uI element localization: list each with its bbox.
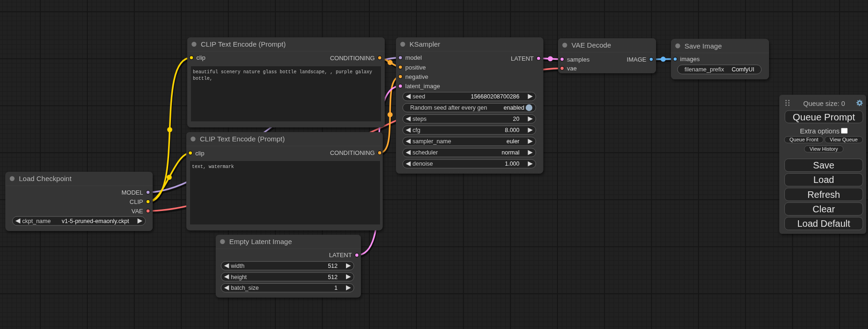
- svg-text:20: 20: [513, 116, 520, 122]
- svg-text:width: width: [231, 263, 245, 269]
- svg-text:Extra options: Extra options: [800, 127, 840, 135]
- svg-text:sampler_name: sampler_name: [413, 138, 452, 145]
- svg-text:enabled: enabled: [504, 105, 525, 111]
- svg-text:CLIP: CLIP: [130, 198, 143, 205]
- svg-text:CONDITIONING: CONDITIONING: [330, 149, 375, 156]
- svg-text:ckpt_name: ckpt_name: [22, 218, 51, 224]
- svg-text:denoise: denoise: [413, 161, 433, 167]
- svg-text:height: height: [231, 274, 247, 280]
- svg-text:clip: clip: [197, 54, 206, 61]
- svg-text:vae: vae: [567, 65, 577, 72]
- svg-text:1.000: 1.000: [505, 161, 519, 167]
- svg-text:512: 512: [328, 263, 338, 269]
- svg-text:KSampler: KSampler: [409, 40, 440, 48]
- svg-text:Queue size: 0: Queue size: 0: [803, 100, 845, 107]
- svg-text:v1-5-pruned-emaonly.ckpt: v1-5-pruned-emaonly.ckpt: [62, 218, 129, 224]
- svg-text:Random seed after every gen: Random seed after every gen: [410, 105, 487, 111]
- svg-text:Load Default: Load Default: [797, 218, 850, 229]
- svg-text:Save: Save: [813, 160, 834, 170]
- svg-text:latent_image: latent_image: [405, 83, 440, 90]
- svg-text:negative: negative: [405, 73, 428, 80]
- svg-text:normal: normal: [501, 149, 519, 156]
- svg-text:CLIP Text Encode (Prompt): CLIP Text Encode (Prompt): [200, 135, 285, 143]
- svg-text:cfg: cfg: [413, 127, 421, 133]
- svg-text:LATENT: LATENT: [511, 55, 534, 62]
- svg-text:clip: clip: [195, 150, 205, 157]
- svg-text:Refresh: Refresh: [807, 189, 840, 200]
- svg-text:Queue Front: Queue Front: [790, 137, 819, 142]
- svg-text:View History: View History: [810, 146, 838, 152]
- svg-text:seed: seed: [413, 93, 425, 100]
- svg-text:VAE: VAE: [131, 208, 143, 215]
- svg-text:512: 512: [328, 274, 338, 280]
- svg-text:LATENT: LATENT: [329, 252, 352, 259]
- svg-text:steps: steps: [413, 116, 427, 122]
- svg-text:8.000: 8.000: [505, 127, 519, 133]
- svg-text:images: images: [680, 56, 700, 63]
- svg-text:Load Checkpoint: Load Checkpoint: [19, 175, 72, 182]
- svg-text:IMAGE: IMAGE: [627, 56, 646, 63]
- svg-text:text, watermark: text, watermark: [192, 164, 234, 169]
- svg-text:1: 1: [334, 285, 338, 291]
- svg-text:bottle,: bottle,: [193, 76, 212, 81]
- svg-text:ComfyUI: ComfyUI: [732, 66, 755, 73]
- svg-text:filename_prefix: filename_prefix: [685, 66, 725, 73]
- svg-text:View Queue: View Queue: [830, 137, 858, 142]
- svg-text:samples: samples: [567, 56, 590, 63]
- svg-text:MODEL: MODEL: [121, 189, 143, 196]
- svg-text:beautiful scenery nature glass: beautiful scenery nature glass bottle la…: [193, 70, 372, 75]
- svg-text:scheduler: scheduler: [413, 149, 438, 156]
- svg-text:Save Image: Save Image: [685, 42, 722, 50]
- svg-text:Clear: Clear: [812, 204, 835, 214]
- svg-text:Load: Load: [813, 175, 834, 185]
- svg-text:euler: euler: [507, 138, 520, 145]
- svg-text:VAE Decode: VAE Decode: [572, 41, 611, 49]
- svg-text:positive: positive: [405, 64, 426, 71]
- svg-text:CLIP Text Encode (Prompt): CLIP Text Encode (Prompt): [201, 40, 286, 48]
- svg-text:Queue Prompt: Queue Prompt: [793, 112, 855, 122]
- svg-text:model: model: [405, 54, 422, 61]
- svg-text:156680208700286: 156680208700286: [471, 93, 519, 100]
- svg-text:CONDITIONING: CONDITIONING: [330, 55, 375, 62]
- svg-text:Empty Latent Image: Empty Latent Image: [229, 238, 292, 245]
- svg-text:batch_size: batch_size: [231, 285, 259, 291]
